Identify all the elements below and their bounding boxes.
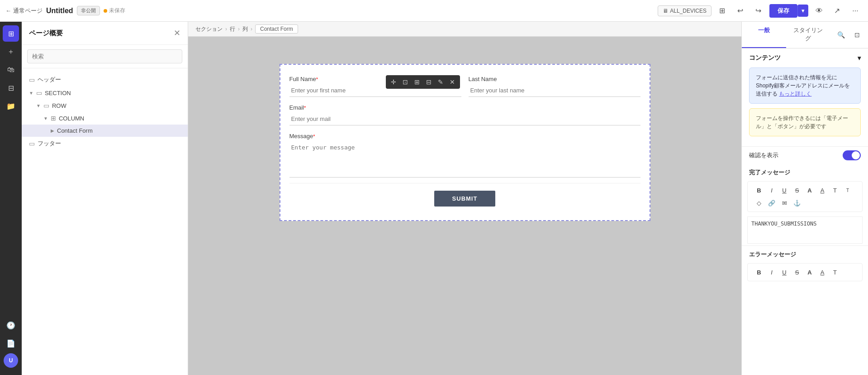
editor-underline[interactable]: U [778,184,790,196]
editor-italic[interactable]: I [766,184,778,196]
submit-button[interactable]: SUBMIT [434,191,496,207]
editor-clear[interactable]: ◇ [753,197,765,209]
message-textarea[interactable] [289,141,640,178]
email-input[interactable] [289,113,640,125]
more-options-button[interactable]: ··· [848,4,863,18]
widget-tool-grid[interactable]: ⊞ [412,77,422,87]
info-blue-link[interactable]: もっと詳しく [779,91,811,97]
breadcrumb-column[interactable]: 列 [242,25,248,33]
editor-bold[interactable]: B [753,184,765,196]
breadcrumb-active[interactable]: Contact Form [255,24,298,34]
error-editor-font-color[interactable]: A [804,266,816,278]
device-selector[interactable]: 🖥 ALL_DEVICES [658,5,711,16]
completion-message-label: 完了メッセージ [749,169,790,176]
content-header: コンテンツ ▾ [749,54,861,62]
redo-button[interactable]: ↪ [751,4,766,18]
unsaved-label: 未保存 [109,7,125,14]
visibility-badge[interactable]: 非公開 [77,6,100,15]
contact-form-expand-icon[interactable]: ▶ [51,128,54,133]
breadcrumb-row[interactable]: 行 [230,25,235,33]
back-label: 通常ページ [13,7,43,15]
tree-item-section[interactable]: ▼ ▭ SECTION [22,87,188,99]
error-editor-underline[interactable]: U [778,266,790,278]
device-label: ALL_DEVICES [670,8,707,14]
tree-item-header[interactable]: ▭ ヘッダー [22,73,188,87]
editor-anchor[interactable]: ⚓ [791,197,803,209]
editor-email[interactable]: ✉ [778,197,790,209]
save-dropdown-button[interactable]: ▾ [797,5,808,17]
last-name-input[interactable] [469,84,640,97]
save-button[interactable]: 保存 [769,4,797,18]
editor-format-t1[interactable]: T [829,184,841,196]
rail-icon-history[interactable]: 🕐 [3,317,19,333]
editor-text: THANKYOU_SUBMISSIONS [751,221,817,227]
editor-format-t2[interactable]: T [842,184,854,196]
error-editor-highlight[interactable]: A [816,266,828,278]
widget-tool-remove[interactable]: ⊟ [424,77,434,87]
unsaved-indicator: 未保存 [104,7,125,14]
tree-label-header: ヘッダー [38,76,180,84]
rail-icon-layout[interactable]: ⊟ [3,80,19,96]
editor-strikethrough[interactable]: S [791,184,803,196]
email-field-container: Email* [289,104,640,125]
error-editor-toolbar: B I U S A A T [747,263,863,281]
tab-general[interactable]: 一般 [742,22,786,48]
breadcrumb-sep2: › [238,26,240,32]
toggle-knob [852,151,860,159]
search-input[interactable] [27,49,182,63]
user-avatar[interactable]: U [4,353,18,368]
show-confirmation-toggle[interactable] [843,150,861,160]
preview-button[interactable]: 👁 [812,4,826,18]
content-collapse-icon[interactable]: ▾ [858,54,861,62]
message-req: * [313,134,315,139]
section-expand-icon[interactable]: ▼ [29,91,33,96]
rail-icon-grid[interactable]: ⊞ [3,25,19,42]
unsaved-dot [104,9,107,13]
more-panel-button[interactable]: ⊡ [850,28,864,42]
tree-item-footer[interactable]: ▭ フッター [22,137,188,150]
rail-icon-page[interactable]: 📄 [3,335,19,351]
icon-rail: ⊞ ＋ 🛍 ⊟ 📁 🕐 📄 U [0,22,22,375]
tree-item-contact-form[interactable]: ▶ Contact Form [22,125,188,137]
form-container[interactable]: Full Name* Last Name Email* [280,64,650,221]
rail-icon-folder[interactable]: 📁 [3,98,19,114]
sidebar-title: ページ概要 [29,29,63,38]
error-editor-italic[interactable]: I [766,266,778,278]
rail-icon-add[interactable]: ＋ [3,43,19,60]
editor-font-color[interactable]: A [804,184,816,196]
error-editor-strikethrough[interactable]: S [791,266,803,278]
widget-tool-add[interactable]: ✛ [389,77,398,87]
editor-highlight[interactable]: A [816,184,828,196]
editor-link[interactable]: 🔗 [766,197,778,209]
completion-message-content[interactable]: THANKYOU_SUBMISSIONS [747,216,863,244]
breadcrumb-section[interactable]: セクション [195,25,223,33]
column-expand-icon[interactable]: ▼ [43,116,48,121]
show-confirmation-label: 確認を表示 [749,151,778,159]
grid-view-button[interactable]: ⊞ [715,4,730,18]
search-panel-button[interactable]: 🔍 [834,28,848,42]
error-editor-bold[interactable]: B [753,266,765,278]
share-button[interactable]: ↗ [830,4,844,18]
widget-tool-copy[interactable]: ⊡ [400,77,410,87]
widget-toolbar: ✛ ⊡ ⊞ ⊟ ✎ ✕ [386,75,460,89]
rail-icon-shop[interactable]: 🛍 [3,62,19,78]
tab-styling[interactable]: スタイリング [786,22,830,48]
undo-button[interactable]: ↩ [733,4,748,18]
back-button[interactable]: ← 通常ページ [5,7,43,15]
footer-icon: ▭ [29,140,35,147]
error-editor-format-t[interactable]: T [829,266,841,278]
error-message-label: エラーメッセージ [749,251,796,258]
tree-item-column[interactable]: ▼ ⊞ COLUMN [22,112,188,125]
widget-tool-edit[interactable]: ✎ [436,77,446,87]
form-divider [289,183,640,183]
sidebar-close-button[interactable]: ✕ [174,28,180,38]
email-req: * [304,105,306,111]
tree-item-row[interactable]: ▼ ▭ ROW [22,99,188,112]
info-box-blue: フォームに送信された情報を元にShopify顧客メールアドレスにメールを送信する… [749,67,861,104]
row-expand-icon[interactable]: ▼ [36,103,41,108]
widget-tool-close[interactable]: ✕ [447,77,457,87]
canvas-area: セクション › 行 › 列 › Contact Form ✛ ⊡ ⊞ ⊟ ✎ ✕ [188,22,741,375]
info-box-yellow: フォームを操作できるには「電子メール」と「ボタン」が必要です [749,108,861,136]
sidebar-header: ページ概要 ✕ [22,22,188,45]
breadcrumb-sep1: › [225,26,227,32]
